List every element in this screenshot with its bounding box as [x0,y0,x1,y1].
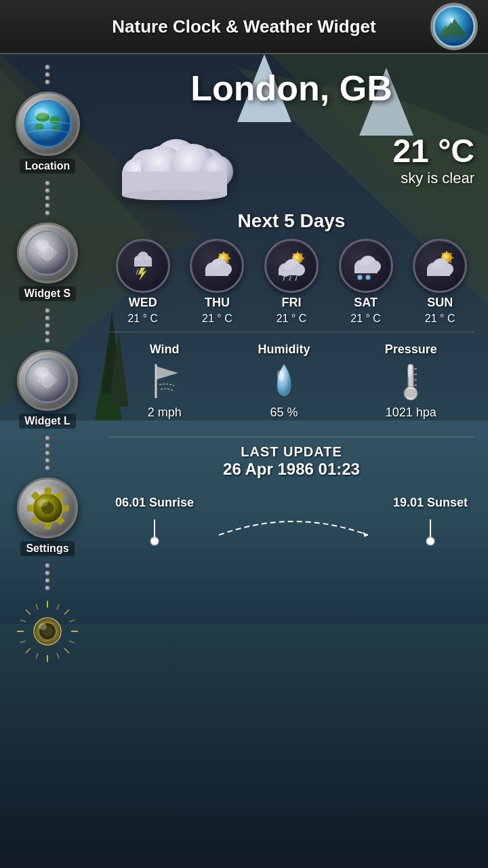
chain-dot [45,443,50,448]
chain-3 [45,432,50,474]
chain-2 [45,304,50,347]
widget-s-button[interactable] [17,222,78,283]
forecast-temp-wed: 21 ° C [127,313,158,325]
forecast-title: Next 5 Days [108,210,474,232]
humidity-value: 65 % [270,406,298,420]
svg-point-126 [408,364,411,378]
current-weather-section: 21 °C sky is clear [108,115,474,203]
weather-details-section: Wind 2 mph Humidity [108,332,474,430]
humidity-detail: Humidity [258,342,310,420]
svg-rect-68 [134,260,152,267]
svg-line-46 [69,620,75,622]
svg-line-45 [69,641,75,643]
chain-dot [45,585,50,591]
location-button[interactable] [16,92,80,156]
widget-l-label: Widget L [19,414,75,429]
svg-line-39 [26,610,30,614]
sidebar-item-location[interactable]: Location [16,92,80,174]
last-update-section: LAST UPDATE 26 Apr 1986 01:23 [108,437,474,479]
svg-line-90 [283,276,285,281]
forecast-day-label-sun: SUN [427,296,453,310]
forecast-icon-sat [339,239,393,293]
svg-line-41 [26,648,30,653]
chain-1 [45,177,50,219]
svg-point-121 [406,389,415,398]
app-title: Nature Clock & Weather Widget [58,16,430,37]
weather-description: sky is clear [392,170,474,187]
forecast-temp-fri: 21 ° C [277,313,307,325]
pressure-value: 1021 hpa [386,406,436,420]
weather-content: London, GB [95,54,488,868]
last-update-datetime: 26 Apr 1986 01:23 [108,460,474,479]
chain-dot [45,450,50,456]
forecast-day-label-fri: FRI [281,296,301,310]
forecast-day-sat: SAT 21 ° C [331,239,401,325]
sidebar-item-widget-l[interactable]: Widget L [17,350,78,429]
svg-line-40 [64,610,69,614]
chain-dot [45,210,50,216]
settings-button[interactable] [17,477,78,538]
svg-rect-80 [205,268,228,276]
chain-dot [45,72,50,77]
pressure-label: Pressure [385,342,437,357]
chain-dot [45,203,50,208]
svg-point-11 [35,123,44,130]
main-content: Location [0,54,488,868]
svg-line-92 [296,276,297,281]
city-name: London, GB [108,68,474,108]
chain-dot [45,570,50,576]
sunset-time: 19.01 Sunset [393,496,468,510]
sun-info-section: 06.01 Sunrise 19.01 Sunset [108,492,474,550]
sidebar-item-widget-s[interactable]: Widget S [17,222,78,301]
widget-s-label: Widget S [19,286,76,301]
last-update-label: LAST UPDATE [108,444,474,460]
settings-label: Settings [20,541,74,556]
chain-top [45,61,50,88]
svg-rect-96 [354,265,378,273]
chain-dot [45,323,50,328]
svg-rect-114 [427,268,450,276]
svg-point-16 [35,239,49,250]
svg-point-127 [150,537,159,545]
sunset-indicator [424,513,437,547]
forecast-day-fri: FRI 21 ° C [257,239,326,325]
chain-dot [45,180,50,186]
humidity-icon [270,361,298,401]
svg-point-130 [426,537,434,545]
svg-line-43 [57,604,59,610]
location-label: Location [20,159,76,174]
chain-dot [45,315,50,321]
chain-dot [45,308,50,313]
temperature-section: 21 °C sky is clear [392,132,474,187]
sun-compass [14,597,81,665]
forecast-icon-fri [264,239,319,293]
temperature-display: 21 °C [392,132,474,170]
svg-marker-116 [156,366,178,380]
svg-line-42 [64,648,69,653]
svg-line-47 [20,641,26,643]
svg-point-14 [35,108,48,119]
wind-icon [146,361,183,401]
forecast-day-wed: WED 21 ° C [108,239,178,325]
sidebar-item-settings[interactable]: Settings [17,477,78,556]
chain-dot [45,563,50,568]
pressure-icon [401,361,421,401]
chain-dot [45,79,50,85]
svg-point-10 [49,116,60,124]
svg-point-19 [35,367,49,378]
forecast-temp-thu: 21 ° C [202,313,232,325]
chain-dot [45,458,50,463]
forecast-temp-sun: 21 ° C [425,313,455,325]
forecast-icon-wed [116,239,170,293]
forecast-day-label-wed: WED [129,296,157,310]
svg-line-50 [36,653,38,658]
forecast-row: WED 21 ° C [108,239,474,325]
sun-arc [212,505,375,538]
wind-detail: Wind 2 mph [146,342,183,420]
widget-l-button[interactable] [17,350,78,411]
sunrise-indicator [148,513,161,547]
app-header: Nature Clock & Weather Widget [0,0,488,54]
forecast-temp-sat: 21 ° C [350,313,381,325]
wind-value: 2 mph [148,406,182,420]
app-logo [430,3,478,50]
